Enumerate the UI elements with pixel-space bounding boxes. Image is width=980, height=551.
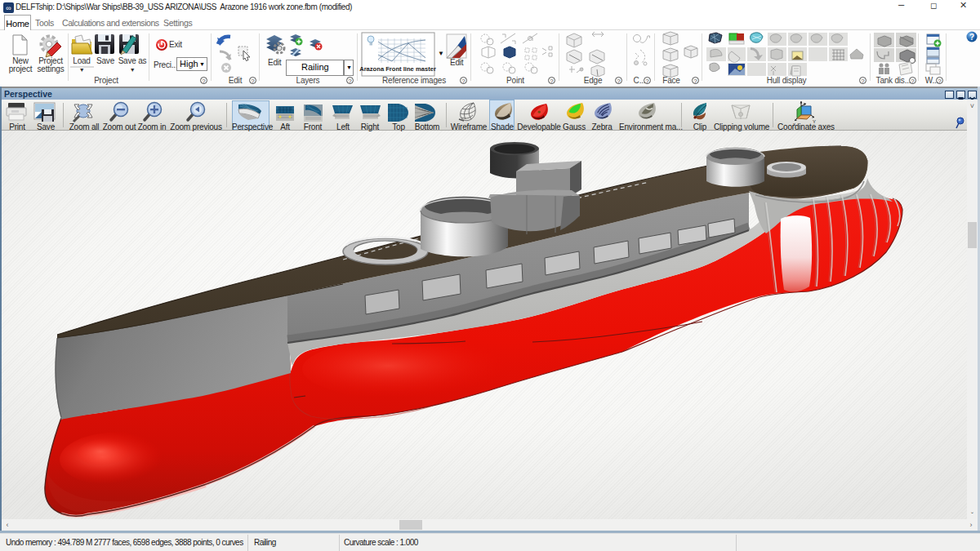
svg-text:∞: ∞ [6, 4, 11, 12]
svg-text:Arazona Front line master: Arazona Front line master [359, 65, 436, 73]
svg-text:?: ? [969, 33, 974, 42]
